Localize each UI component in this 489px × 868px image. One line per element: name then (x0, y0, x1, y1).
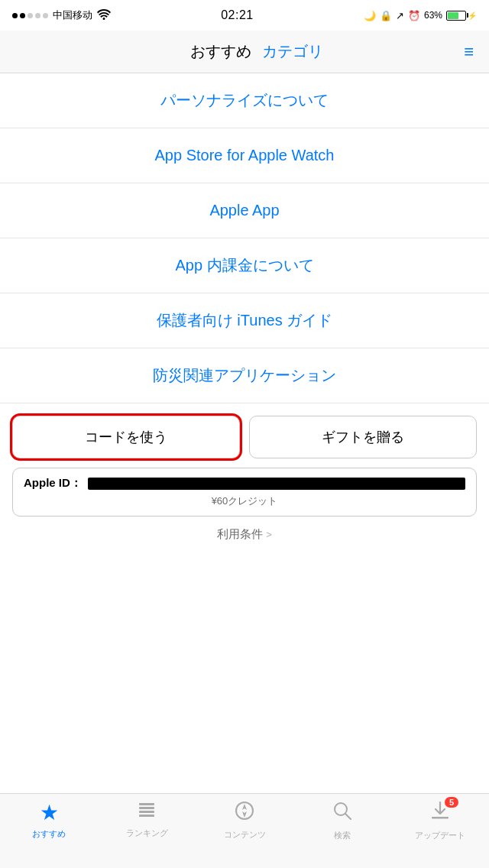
star-icon: ★ (40, 800, 59, 825)
tab-ranking-label: ランキング (126, 828, 168, 839)
tab-contents-label: コンテンツ (224, 829, 266, 840)
nav-title-group: おすすめ カテゴリ (49, 41, 464, 62)
terms-link-text: 利用条件 (217, 527, 263, 542)
tab-search-label: 検索 (334, 830, 351, 841)
send-gift-button[interactable]: ギフトを贈る (249, 416, 477, 458)
signal-dot-5 (43, 13, 48, 18)
menu-item-personalize[interactable]: パーソナライズについて (0, 73, 489, 128)
tab-updates[interactable]: 5 アップデート (391, 800, 489, 841)
svg-rect-1 (139, 807, 154, 809)
terms-chevron-icon: > (266, 529, 272, 540)
updates-badge: 5 (445, 797, 458, 808)
apple-id-row: Apple ID： (24, 476, 465, 491)
svg-rect-3 (139, 815, 154, 817)
status-right: 🌙 🔒 ↗ ⏰ 63% ⚡ (364, 10, 477, 21)
nav-title-active: おすすめ (190, 41, 251, 62)
svg-rect-0 (139, 803, 154, 805)
apple-id-section[interactable]: Apple ID： ¥60クレジット (12, 468, 477, 517)
lock-icon: 🔒 (380, 10, 392, 21)
search-icon (332, 800, 353, 827)
carrier-name: 中国移动 (53, 8, 92, 22)
signal-dot-3 (28, 13, 33, 18)
alarm-icon: ⏰ (408, 10, 420, 21)
battery-percent: 63% (424, 10, 442, 21)
buttons-section: コードを使う ギフトを贈る (0, 403, 489, 458)
svg-rect-9 (432, 817, 449, 819)
battery-icon: ⚡ (446, 11, 477, 21)
menu-item-appstore-watch[interactable]: App Store for Apple Watch (0, 128, 489, 183)
nav-title-categories[interactable]: カテゴリ (262, 41, 323, 62)
apple-id-label: Apple ID： (24, 476, 82, 491)
svg-marker-5 (242, 804, 247, 810)
tab-featured-label: おすすめ (32, 828, 66, 840)
menu-icon[interactable]: ≡ (464, 42, 474, 62)
download-icon: 5 (429, 800, 451, 827)
status-bar: 中国移动 02:21 🌙 🔒 ↗ ⏰ 63% ⚡ (0, 0, 489, 31)
nav-bar: おすすめ カテゴリ ≡ (0, 31, 489, 73)
menu-item-itunes-guide[interactable]: 保護者向け iTunes ガイド (0, 293, 489, 348)
lightning-icon: ⚡ (468, 11, 477, 20)
tab-featured[interactable]: ★ おすすめ (0, 800, 98, 840)
menu-list: パーソナライズについて App Store for Apple Watch Ap… (0, 73, 489, 403)
menu-item-in-app-purchase[interactable]: App 内課金について (0, 238, 489, 293)
svg-line-8 (345, 814, 351, 819)
signal-dots (12, 13, 48, 18)
list-icon (137, 800, 157, 824)
signal-dot-2 (20, 13, 25, 18)
tab-contents[interactable]: コンテンツ (196, 800, 293, 840)
tab-ranking[interactable]: ランキング (98, 800, 196, 839)
location-icon: ↗ (396, 10, 404, 21)
apple-id-value (88, 478, 465, 490)
wifi-icon (97, 9, 111, 22)
svg-marker-6 (242, 811, 247, 818)
moon-icon: 🌙 (364, 10, 376, 21)
signal-dot-1 (12, 13, 18, 18)
tab-search[interactable]: 検索 (293, 800, 391, 841)
credit-row: ¥60クレジット (24, 494, 465, 508)
status-time: 02:21 (221, 8, 254, 22)
compass-icon (234, 800, 255, 826)
status-left: 中国移动 (12, 8, 111, 22)
page-content: パーソナライズについて App Store for Apple Watch Ap… (0, 73, 489, 552)
redeem-code-button[interactable]: コードを使う (12, 416, 240, 458)
menu-item-apple-app[interactable]: Apple App (0, 183, 489, 238)
svg-rect-2 (139, 811, 154, 813)
terms-section[interactable]: 利用条件 > (0, 517, 489, 552)
credit-text: ¥60クレジット (212, 495, 278, 507)
signal-dot-4 (35, 13, 40, 18)
tab-updates-label: アップデート (415, 830, 465, 841)
menu-item-disaster[interactable]: 防災関連アプリケーション (0, 348, 489, 403)
tab-bar: ★ おすすめ ランキング コンテンツ (0, 793, 489, 868)
